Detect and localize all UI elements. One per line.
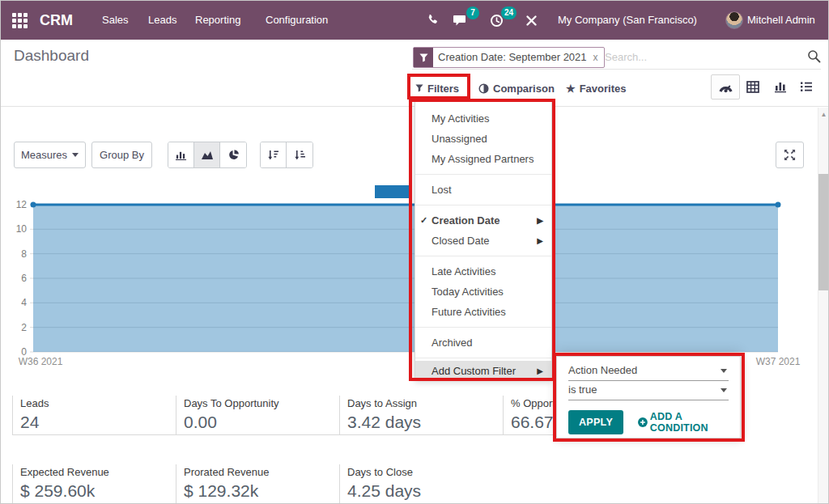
chart-type-bar-button[interactable] bbox=[168, 142, 194, 167]
menu-item-add-custom-filter[interactable]: Add Custom Filter ▶ bbox=[415, 361, 551, 381]
comparison-toggle[interactable]: Comparison bbox=[478, 78, 555, 98]
chevron-down-icon bbox=[721, 388, 727, 392]
menu-leads[interactable]: Leads bbox=[148, 1, 176, 40]
svg-text:6: 6 bbox=[21, 273, 27, 284]
favorites-label: Favorites bbox=[580, 83, 627, 95]
operator-select-value: is true bbox=[568, 383, 597, 396]
measures-button[interactable]: Measures bbox=[14, 142, 86, 168]
submenu-arrow-icon: ▶ bbox=[537, 361, 543, 381]
chart-type-line-button[interactable] bbox=[194, 142, 220, 167]
kpi-prorated-revenue[interactable]: Prorated Revenue $ 129.32k bbox=[176, 464, 339, 504]
scrollbar-thumb[interactable] bbox=[818, 174, 828, 290]
add-condition-label: ADD A CONDITION bbox=[650, 411, 729, 434]
kpi-label: Leads bbox=[20, 397, 176, 409]
plus-circle-icon bbox=[638, 417, 648, 428]
chevron-down-icon bbox=[72, 153, 79, 157]
svg-text:8: 8 bbox=[21, 248, 27, 260]
menu-item-unassigned[interactable]: Unassigned bbox=[415, 129, 551, 149]
filters-label: Filters bbox=[427, 83, 459, 95]
svg-text:4: 4 bbox=[21, 297, 27, 308]
search-icon[interactable] bbox=[807, 49, 821, 66]
user-menu[interactable]: Mitchell Admin bbox=[747, 1, 815, 40]
activities-badge[interactable]: 24 bbox=[501, 6, 517, 19]
kpi-value: 0.00 bbox=[184, 413, 339, 432]
favorites-toggle[interactable]: ★ Favorites bbox=[566, 78, 626, 98]
user-avatar[interactable] bbox=[725, 11, 743, 29]
pipeline-area-chart: 024681012W36 2021W37 2021 bbox=[1, 182, 817, 376]
kpi-value: $ 259.60k bbox=[20, 481, 176, 501]
facet-remove-icon[interactable]: x bbox=[592, 48, 604, 67]
phone-icon[interactable] bbox=[427, 1, 440, 40]
kpi-days-to-close[interactable]: Days to Close 4.25 days bbox=[339, 464, 503, 504]
view-dashboard-button[interactable] bbox=[711, 74, 740, 100]
menu-item-my-activities[interactable]: My Activities bbox=[415, 108, 551, 129]
custom-filter-operator-select[interactable]: is true bbox=[568, 381, 729, 400]
search-input[interactable]: Search... bbox=[605, 51, 647, 63]
menu-item-label: Add Custom Filter bbox=[432, 365, 516, 377]
activities-clock-icon[interactable] bbox=[490, 1, 504, 40]
search-facet[interactable]: Creation Date: September 2021 x bbox=[413, 47, 605, 68]
menu-separator bbox=[415, 358, 551, 358]
comparison-label: Comparison bbox=[493, 83, 555, 95]
messages-badge[interactable]: 7 bbox=[466, 6, 479, 19]
sort-asc-button[interactable] bbox=[287, 142, 312, 167]
kpi-label: Days to Assign bbox=[347, 397, 503, 409]
area-chart-icon bbox=[201, 150, 214, 160]
crm-dashboard-page: CRM Sales Leads Reporting Configuration … bbox=[0, 0, 829, 504]
svg-text:W37 2021: W37 2021 bbox=[756, 356, 801, 367]
kpi-value: $ 129.32k bbox=[184, 481, 339, 501]
menu-sales[interactable]: Sales bbox=[102, 1, 129, 40]
chart-type-pie-button[interactable] bbox=[220, 142, 246, 167]
group-by-button[interactable]: Group By bbox=[91, 142, 152, 168]
menu-item-today-activities[interactable]: Today Activities bbox=[415, 282, 551, 302]
menu-item-label: Closed Date bbox=[432, 235, 490, 247]
page-title: Dashboard bbox=[14, 47, 89, 65]
kpi-expected-revenue[interactable]: Expected Revenue $ 259.60k bbox=[12, 464, 176, 504]
kpi-label: Days To Opportunity bbox=[184, 397, 339, 409]
list-icon bbox=[800, 81, 813, 92]
menu-item-label: Creation Date bbox=[432, 214, 500, 227]
messages-icon[interactable] bbox=[453, 1, 468, 40]
scrollbar-up-arrow[interactable]: ▲ bbox=[818, 111, 829, 118]
view-list-button[interactable] bbox=[800, 81, 813, 95]
filters-toggle[interactable]: Filters bbox=[415, 78, 459, 98]
tools-icon[interactable] bbox=[525, 1, 538, 40]
chevron-down-icon bbox=[721, 369, 727, 373]
menu-item-closed-date[interactable]: Closed Date ▶ bbox=[415, 231, 551, 251]
menu-item-lost[interactable]: Lost bbox=[415, 180, 551, 200]
view-pivot-button[interactable] bbox=[746, 81, 759, 96]
sort-desc-button[interactable] bbox=[261, 142, 287, 167]
submenu-arrow-icon: ▶ bbox=[537, 210, 543, 231]
apply-button[interactable]: APPLY bbox=[568, 410, 623, 434]
view-graph-button[interactable] bbox=[774, 81, 787, 96]
menu-item-creation-date[interactable]: ✓ Creation Date ▶ bbox=[415, 210, 551, 231]
filters-dropdown-menu: My Activities Unassigned My Assigned Par… bbox=[414, 101, 552, 380]
sort-desc-icon bbox=[267, 150, 279, 161]
menu-item-future-activities[interactable]: Future Activities bbox=[415, 302, 551, 322]
menu-configuration[interactable]: Configuration bbox=[266, 1, 328, 40]
apps-menu-icon[interactable] bbox=[12, 13, 28, 28]
kpi-leads[interactable]: Leads 24 bbox=[12, 396, 176, 435]
svg-text:W36 2021: W36 2021 bbox=[19, 356, 63, 367]
check-icon: ✓ bbox=[420, 210, 427, 231]
scrollbar[interactable]: ▲ bbox=[818, 108, 829, 504]
menu-separator bbox=[415, 174, 551, 175]
menu-item-archived[interactable]: Archived bbox=[415, 332, 551, 353]
comparison-icon bbox=[478, 83, 489, 94]
menu-item-late-activities[interactable]: Late Activities bbox=[415, 261, 551, 282]
expand-button[interactable] bbox=[776, 142, 804, 168]
kpi-days-to-assign[interactable]: Days to Assign 3.42 days bbox=[339, 396, 503, 435]
menu-item-my-assigned-partners[interactable]: My Assigned Partners bbox=[415, 149, 551, 169]
kpi-value: 3.42 days bbox=[347, 413, 503, 432]
custom-filter-field-select[interactable]: Action Needed bbox=[568, 362, 729, 381]
pivot-grid-icon bbox=[746, 81, 759, 93]
custom-filter-panel: Action Needed is true APPLY ADD A CONDIT… bbox=[556, 356, 741, 438]
menu-reporting[interactable]: Reporting bbox=[195, 1, 240, 40]
measures-label: Measures bbox=[21, 149, 67, 161]
company-switcher[interactable]: My Company (San Francisco) bbox=[558, 1, 697, 40]
kpi-days-to-opportunity[interactable]: Days To Opportunity 0.00 bbox=[176, 396, 339, 435]
group-by-label: Group By bbox=[100, 149, 144, 161]
add-condition-button[interactable]: ADD A CONDITION bbox=[638, 411, 729, 434]
sort-switcher bbox=[260, 142, 313, 168]
app-name[interactable]: CRM bbox=[40, 1, 73, 40]
